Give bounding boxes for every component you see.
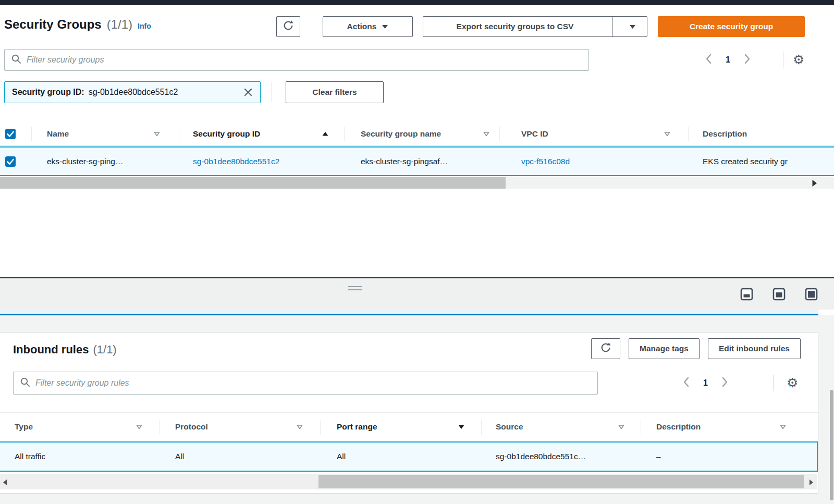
token-divider bbox=[272, 82, 272, 102]
manage-tags-button[interactable]: Manage tags bbox=[629, 338, 700, 359]
column-divider bbox=[31, 127, 32, 141]
page-title-count: (1/1) bbox=[107, 17, 132, 32]
inbound-rules-title: Inbound rules (1/1) bbox=[13, 343, 117, 357]
scroll-right-icon[interactable] bbox=[812, 179, 817, 189]
inbound-table-row[interactable]: All traffic All All sg-0b1dee80bdce551c…… bbox=[0, 441, 818, 472]
scroll-left-icon[interactable] bbox=[3, 478, 7, 488]
sort-outline-down-icon bbox=[296, 423, 304, 433]
inbound-rules-panel: Inbound rules (1/1) Manage tags Edit inb… bbox=[0, 332, 818, 494]
panel-position-bottom-icon[interactable] bbox=[740, 288, 753, 303]
column-header-security-group-id[interactable]: Security group ID bbox=[193, 129, 260, 139]
clear-filters-button[interactable]: Clear filters bbox=[286, 81, 384, 103]
sg-table-hscrollbar-track[interactable] bbox=[0, 177, 834, 189]
inbound-hscrollbar-thumb[interactable] bbox=[318, 475, 804, 488]
caret-down-icon bbox=[629, 22, 636, 31]
sort-ascending-icon bbox=[321, 130, 329, 140]
sort-outline-down-icon bbox=[153, 130, 161, 140]
sort-descending-icon bbox=[457, 423, 465, 433]
inbound-rules-title-text: Inbound rules bbox=[13, 343, 89, 357]
export-csv-label: Export security groups to CSV bbox=[457, 22, 574, 31]
search-icon bbox=[11, 54, 21, 66]
column-divider bbox=[160, 420, 160, 435]
edit-inbound-rules-button[interactable]: Edit inbound rules bbox=[708, 338, 801, 359]
inbound-actions: Manage tags Edit inbound rules bbox=[591, 338, 801, 359]
previous-page-icon[interactable] bbox=[705, 53, 713, 67]
row-checkbox[interactable] bbox=[5, 156, 16, 169]
create-security-group-label: Create security group bbox=[690, 22, 773, 31]
page-vscrollbar-thumb[interactable] bbox=[830, 390, 833, 500]
inbound-filter-field bbox=[13, 372, 598, 395]
actions-button[interactable]: Actions bbox=[323, 16, 413, 37]
filter-token-close-icon[interactable] bbox=[243, 88, 253, 97]
sort-outline-down-icon bbox=[779, 423, 787, 433]
actions-label: Actions bbox=[347, 22, 377, 31]
cell-vpc-id-link[interactable]: vpc-f516c08d bbox=[521, 157, 570, 166]
scroll-right-icon[interactable] bbox=[809, 478, 814, 488]
sg-filter-field bbox=[4, 49, 589, 71]
browser-top-strip bbox=[0, 0, 834, 5]
cell-protocol: All bbox=[175, 452, 184, 461]
column-divider bbox=[481, 420, 482, 435]
split-button-separator bbox=[612, 17, 612, 36]
create-security-group-button[interactable]: Create security group bbox=[658, 16, 805, 37]
sg-filter-input[interactable] bbox=[27, 50, 582, 70]
column-header-name[interactable]: Name bbox=[47, 129, 69, 139]
column-divider bbox=[344, 127, 345, 141]
column-divider bbox=[180, 127, 180, 141]
page-title: Security Groups (1/1) Info bbox=[4, 17, 151, 32]
inbound-table-settings-gear-icon[interactable]: ⚙ bbox=[787, 376, 798, 389]
column-divider bbox=[320, 420, 321, 435]
sort-outline-down-icon bbox=[482, 130, 490, 140]
column-header-source[interactable]: Source bbox=[496, 422, 523, 432]
current-page-number[interactable]: 1 bbox=[726, 55, 730, 65]
export-csv-menu-button[interactable] bbox=[618, 17, 647, 36]
inbound-table-header: Type Protocol Port range Source Descript… bbox=[0, 412, 818, 441]
next-page-icon[interactable] bbox=[743, 53, 751, 67]
cell-security-group-id-link[interactable]: sg-0b1dee80bdce551c2 bbox=[193, 157, 279, 166]
column-header-type[interactable]: Type bbox=[15, 422, 33, 432]
cell-description: EKS created security gr bbox=[703, 157, 788, 166]
refresh-button[interactable] bbox=[276, 16, 300, 37]
column-header-description[interactable]: Description bbox=[656, 422, 701, 432]
edit-inbound-rules-label: Edit inbound rules bbox=[719, 344, 790, 353]
pager-divider bbox=[773, 375, 774, 391]
column-divider bbox=[499, 127, 500, 141]
column-divider bbox=[641, 420, 641, 435]
inbound-hscrollbar-track[interactable] bbox=[0, 474, 817, 489]
panel-position-side-icon[interactable] bbox=[772, 288, 786, 303]
select-all-checkbox[interactable] bbox=[5, 129, 16, 141]
security-groups-console: Security Groups (1/1) Info Actions Expor… bbox=[0, 0, 834, 504]
column-header-port-range[interactable]: Port range bbox=[337, 422, 377, 432]
sg-table-settings-gear-icon[interactable]: ⚙ bbox=[793, 53, 804, 66]
column-header-security-group-name[interactable]: Security group name bbox=[361, 129, 441, 139]
current-page-number[interactable]: 1 bbox=[703, 378, 708, 388]
sg-table-hscrollbar-thumb[interactable] bbox=[0, 177, 506, 189]
pager-divider bbox=[783, 52, 783, 68]
inbound-refresh-button[interactable] bbox=[591, 338, 620, 359]
sort-outline-down-icon bbox=[135, 423, 143, 433]
filter-token-value: sg-0b1dee80bdce551c2 bbox=[89, 88, 178, 97]
cell-port-range: All bbox=[337, 452, 346, 461]
inbound-filter-input[interactable] bbox=[35, 372, 591, 394]
info-link[interactable]: Info bbox=[138, 22, 151, 30]
cell-security-group-name: eks-cluster-sg-pingsaf… bbox=[361, 157, 448, 166]
inbound-rules-count: (1/1) bbox=[93, 343, 116, 357]
column-header-description[interactable]: Description bbox=[703, 129, 747, 139]
column-header-vpc-id[interactable]: VPC ID bbox=[521, 129, 548, 139]
previous-page-icon[interactable] bbox=[682, 376, 691, 390]
panel-position-full-icon[interactable] bbox=[805, 288, 818, 303]
cell-description: – bbox=[656, 452, 661, 461]
refresh-icon bbox=[600, 342, 611, 355]
column-header-protocol[interactable]: Protocol bbox=[175, 422, 208, 432]
next-page-icon[interactable] bbox=[720, 376, 729, 390]
clear-filters-label: Clear filters bbox=[312, 88, 357, 97]
sg-table-row[interactable]: eks-cluster-sg-ping… sg-0b1dee80bdce551c… bbox=[0, 146, 834, 176]
sg-filter-token: Security group ID: sg-0b1dee80bdce551c2 bbox=[4, 81, 261, 103]
cell-source: sg-0b1dee80bdce551c… bbox=[496, 452, 586, 461]
manage-tags-label: Manage tags bbox=[640, 344, 689, 353]
inbound-pagination: 1 bbox=[682, 373, 729, 393]
refresh-icon bbox=[283, 20, 294, 33]
export-csv-split-button: Export security groups to CSV bbox=[423, 16, 647, 37]
export-csv-button[interactable]: Export security groups to CSV bbox=[423, 17, 607, 36]
split-panel-divider-bar bbox=[0, 278, 834, 310]
